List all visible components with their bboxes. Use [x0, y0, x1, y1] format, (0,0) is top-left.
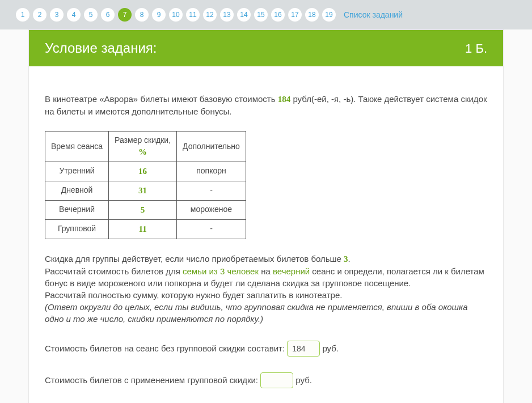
nav-step-12[interactable]: 12 — [203, 8, 217, 22]
cell-discount: 11 — [109, 219, 177, 239]
task-note: (Ответ округли до целых, если ты видишь,… — [45, 302, 467, 324]
cell-time: Вечерний — [45, 200, 109, 219]
cell-discount: 5 — [109, 200, 177, 219]
table-row: Утренний16попкорн — [45, 162, 246, 181]
nav-step-11[interactable]: 11 — [186, 8, 200, 22]
answer-row-1: Стоимость билетов на сеанс без групповой… — [45, 341, 487, 357]
cell-extra: попкорн — [177, 162, 246, 181]
nav-step-7[interactable]: 7 — [118, 8, 132, 22]
answer2-label: Стоимость билетов с применением группово… — [45, 375, 260, 385]
nav-step-6[interactable]: 6 — [101, 8, 115, 22]
group-min: 3 — [344, 254, 348, 264]
task-header: Условие задания: 1 Б. — [29, 30, 503, 66]
col-extra: Дополнительно — [177, 131, 246, 162]
cell-time: Групповой — [45, 219, 109, 239]
task-l1b: . — [348, 254, 351, 264]
col-discount: Размер скидки, % — [109, 131, 177, 162]
col-discount-label: Размер скидки, — [115, 135, 171, 145]
nav-step-15[interactable]: 15 — [254, 8, 268, 22]
task-points: 1 Б. — [465, 41, 487, 56]
session-type: вечерний — [273, 266, 310, 276]
nav-step-16[interactable]: 16 — [271, 8, 285, 22]
table-row: Дневной31- — [45, 181, 246, 200]
answer1-unit: руб. — [322, 343, 339, 353]
cell-extra: мороженое — [177, 200, 246, 219]
nav-step-8[interactable]: 8 — [135, 8, 149, 22]
col-time: Время сеанса — [45, 131, 109, 162]
nav-step-10[interactable]: 10 — [169, 8, 183, 22]
family-size: семьи из 3 человек — [183, 266, 259, 276]
answer2-unit: руб. — [295, 375, 312, 385]
task-l3: Рассчитай полностью сумму, которую нужно… — [45, 290, 342, 300]
task-l1a: Скидка для группы действует, если число … — [45, 254, 344, 264]
nav-step-2[interactable]: 2 — [33, 8, 47, 22]
nav-step-9[interactable]: 9 — [152, 8, 166, 22]
task-nav: 12345678910111213141516171819Список зада… — [0, 0, 532, 29]
nav-step-14[interactable]: 14 — [237, 8, 251, 22]
answer1-input[interactable] — [287, 341, 320, 357]
nav-step-5[interactable]: 5 — [84, 8, 98, 22]
nav-step-4[interactable]: 4 — [67, 8, 81, 22]
table-row: Вечерний5мороженое — [45, 200, 246, 219]
task-card: Условие задания: 1 Б. В кинотеатре «Авро… — [28, 29, 504, 403]
discount-table: Время сеанса Размер скидки, % Дополнител… — [45, 131, 246, 239]
task-title: Условие задания: — [45, 40, 157, 56]
cell-discount: 16 — [109, 162, 177, 181]
base-price: 184 — [278, 95, 291, 104]
intro-paragraph: В кинотеатре «Аврора» билеты имеют базов… — [45, 93, 487, 117]
percent-sign: % — [138, 147, 147, 156]
task-l2b: на — [259, 266, 273, 276]
nav-step-13[interactable]: 13 — [220, 8, 234, 22]
answer-row-2: Стоимость билетов с применением группово… — [45, 372, 487, 388]
task-text: Скидка для группы действует, если число … — [45, 253, 487, 325]
task-body: В кинотеатре «Аврора» билеты имеют базов… — [29, 66, 503, 403]
nav-step-3[interactable]: 3 — [50, 8, 64, 22]
cell-extra: - — [177, 219, 246, 239]
cell-discount: 31 — [109, 181, 177, 200]
nav-step-19[interactable]: 19 — [322, 8, 336, 22]
cell-time: Дневной — [45, 181, 109, 200]
cell-extra: - — [177, 181, 246, 200]
table-row: Групповой11- — [45, 219, 246, 239]
nav-tasklist-link[interactable]: Список заданий — [344, 10, 403, 19]
nav-step-1[interactable]: 1 — [16, 8, 29, 22]
task-l2a: Рассчитай стоимость билетов для — [45, 266, 183, 276]
nav-step-18[interactable]: 18 — [305, 8, 319, 22]
table-header-row: Время сеанса Размер скидки, % Дополнител… — [45, 131, 246, 162]
nav-step-17[interactable]: 17 — [288, 8, 302, 22]
answer1-label: Стоимость билетов на сеанс без групповой… — [45, 343, 287, 353]
intro-text-a: В кинотеатре «Аврора» билеты имеют базов… — [45, 94, 278, 104]
cell-time: Утренний — [45, 162, 109, 181]
answer2-input[interactable] — [260, 372, 293, 388]
